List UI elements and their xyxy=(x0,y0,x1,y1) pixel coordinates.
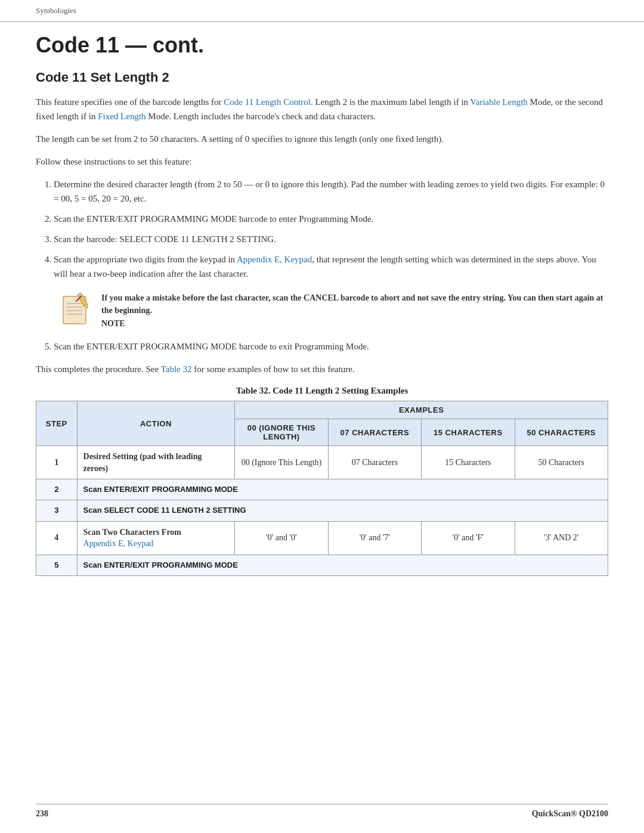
col-header-ex1: 00 (Ignore This Length) xyxy=(235,419,328,446)
col-header-ex2: 07 Characters xyxy=(328,419,421,446)
step-5: Scan the ENTER/EXIT PROGRAMMING MODE bar… xyxy=(54,339,608,354)
top-bar: Symbologies xyxy=(0,0,644,22)
example-cell: 15 Characters xyxy=(422,446,515,479)
step-cell: 4 xyxy=(36,521,78,555)
examples-table: STEP ACTION EXAMPLES 00 (Ignore This Len… xyxy=(36,401,608,576)
link-variable-length[interactable]: Variable Length xyxy=(470,97,528,107)
col-header-action: ACTION xyxy=(77,401,235,446)
action-cell: Scan ENTER/EXIT PROGRAMMING MODE xyxy=(77,479,608,500)
example-cell: 00 (Ignore This Length) xyxy=(235,446,328,479)
step-2: Scan the ENTER/EXIT PROGRAMMING MODE bar… xyxy=(54,212,608,226)
table-row: 2 Scan ENTER/EXIT PROGRAMMING MODE xyxy=(36,479,608,500)
link-appendix-e[interactable]: Appendix E, Keypad xyxy=(237,255,312,264)
instructions-list-continued: Scan the ENTER/EXIT PROGRAMMING MODE bar… xyxy=(54,339,608,354)
action-cell: Desired Setting (pad with leading zeroes… xyxy=(77,446,235,479)
step-4: Scan the appropriate two digits from the… xyxy=(54,252,608,281)
footer-page-number: 238 xyxy=(36,809,48,819)
example-cell: '0' and '7' xyxy=(328,521,421,555)
breadcrumb: Symbologies xyxy=(36,6,76,15)
note-icon xyxy=(60,292,92,327)
action-cell: Scan SELECT CODE 11 LENGTH 2 SETTING xyxy=(77,500,608,521)
body-paragraph-3: Follow these instructions to set this fe… xyxy=(36,154,608,169)
link-appendix-e-table[interactable]: Appendix E, Keypad xyxy=(83,538,229,550)
step-cell: 3 xyxy=(36,500,78,521)
step-cell: 2 xyxy=(36,479,78,500)
col-header-ex4: 50 Characters xyxy=(515,419,608,446)
table-row: 3 Scan SELECT CODE 11 LENGTH 2 SETTING xyxy=(36,500,608,521)
step-3: Scan the barcode: SELECT CODE 11 LENGTH … xyxy=(54,232,608,246)
footer-brand: QuickScan® QD2100 xyxy=(532,809,608,819)
body-paragraph-1: This feature specifies one of the barcod… xyxy=(36,95,608,123)
page-footer: 238 QuickScan® QD2100 xyxy=(36,804,608,819)
example-cell: 07 Characters xyxy=(328,446,421,479)
example-cell: '0' and '0' xyxy=(235,521,328,555)
action-cell: Scan ENTER/EXIT PROGRAMMING MODE xyxy=(77,555,608,575)
example-cell: 50 Characters xyxy=(515,446,608,479)
conclusion-text: This completes the procedure. See Table … xyxy=(36,362,608,376)
main-title: Code 11 — cont. xyxy=(36,33,608,58)
example-cell: '0' and 'F' xyxy=(422,521,515,555)
link-table32[interactable]: Table 32 xyxy=(161,364,192,374)
note-bold-text: If you make a mistake before the last ch… xyxy=(101,292,608,317)
col-header-examples: EXAMPLES xyxy=(235,401,608,419)
col-header-ex3: 15 Characters xyxy=(422,419,515,446)
step-cell: 5 xyxy=(36,555,78,575)
step-cell: 1 xyxy=(36,446,78,479)
step-1: Determine the desired character length (… xyxy=(54,177,608,206)
action-cell: Scan Two Characters From Appendix E, Key… xyxy=(77,521,235,555)
instructions-list: Determine the desired character length (… xyxy=(54,177,608,281)
note-label: NOTE xyxy=(101,319,608,329)
table-title: Table 32. Code 11 Length 2 Setting Examp… xyxy=(36,386,608,396)
col-header-step: STEP xyxy=(36,401,78,446)
link-code11-length-control[interactable]: Code 11 Length Control xyxy=(224,97,311,107)
body-paragraph-2: The length can be set from 2 to 50 chara… xyxy=(36,132,608,146)
table-row: 1 Desired Setting (pad with leading zero… xyxy=(36,446,608,479)
note-box: If you make a mistake before the last ch… xyxy=(60,292,608,329)
section-heading: Code 11 Set Length 2 xyxy=(36,70,608,85)
example-cell: '3' AND 2' xyxy=(515,521,608,555)
table-row: 4 Scan Two Characters From Appendix E, K… xyxy=(36,521,608,555)
link-fixed-length[interactable]: Fixed Length xyxy=(98,112,145,121)
table-row: 5 Scan ENTER/EXIT PROGRAMMING MODE xyxy=(36,555,608,575)
note-content: If you make a mistake before the last ch… xyxy=(101,292,608,329)
